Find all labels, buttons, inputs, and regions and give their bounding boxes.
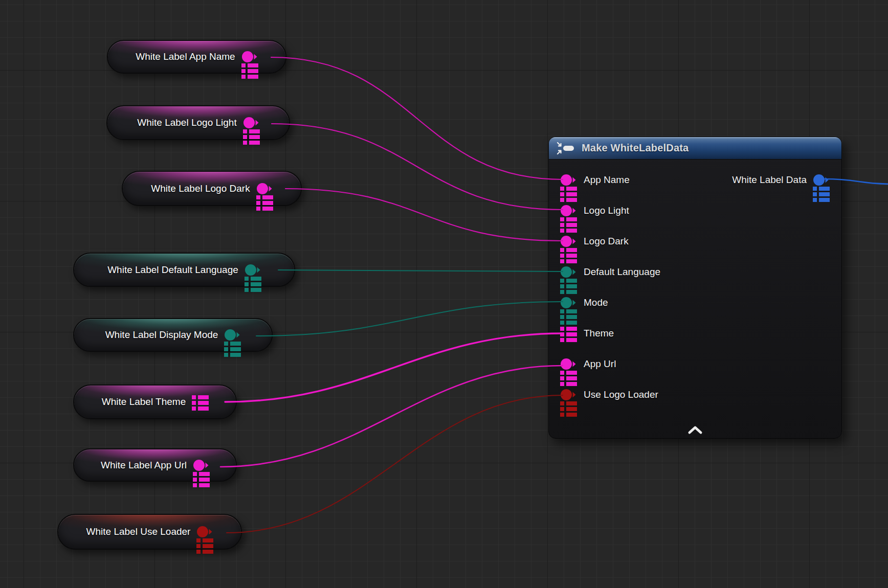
variable-name-label: White Label Use Loader <box>86 526 191 537</box>
output-pin[interactable] <box>256 182 273 195</box>
variable-name-label: White Label Default Language <box>107 264 238 276</box>
pin-label: Logo Dark <box>584 236 629 247</box>
input-row-logo-light: Logo Light <box>549 195 841 226</box>
struct-pin-icon <box>224 342 241 357</box>
output-row-white-label-data: White Label Data <box>732 165 829 195</box>
output-pin[interactable] <box>192 395 208 409</box>
pin-label: App Name <box>584 174 630 186</box>
output-pin[interactable] <box>224 328 240 342</box>
struct-pin-icon <box>560 279 577 294</box>
variable-name-label: White Label App Url <box>101 460 187 471</box>
pin-circle-icon <box>560 296 576 309</box>
variable-name-label: White Label Logo Light <box>137 117 236 128</box>
output-pin[interactable] <box>243 116 259 129</box>
pin-label: App Url <box>584 358 616 370</box>
variable-name-label: White Label App Name <box>136 51 235 62</box>
pin-circle-icon <box>243 116 259 129</box>
struct-pin-icon <box>192 395 209 411</box>
pin-circle-icon <box>193 459 209 472</box>
struct-pin-icon <box>560 309 577 325</box>
input-pin-app-url[interactable] <box>560 357 576 371</box>
struct-pin-icon <box>193 472 210 487</box>
input-row-mode: Mode <box>549 287 841 318</box>
pin-label: Theme <box>584 328 614 339</box>
pin-circle-icon <box>245 263 261 277</box>
node-title: Make WhiteLabelData <box>582 142 689 154</box>
getter-node-white-label-use-loader[interactable]: White Label Use Loader <box>57 514 242 550</box>
variable-name-label: White Label Display Mode <box>105 329 218 341</box>
input-pin-logo-light[interactable] <box>560 204 576 217</box>
struct-pin-icon <box>245 277 261 292</box>
input-row-theme: Theme <box>549 318 841 349</box>
struct-pin-icon <box>196 538 213 554</box>
pin-label: White Label Data <box>732 174 807 186</box>
pin-circle-icon <box>256 182 273 195</box>
collapse-node-button[interactable] <box>686 425 704 435</box>
pin-circle-icon <box>241 50 258 63</box>
pin-label: Mode <box>584 297 608 308</box>
pin-circle-icon <box>196 525 213 538</box>
pin-label: Logo Light <box>584 205 629 216</box>
getter-node-white-label-default-language[interactable]: White Label Default Language <box>73 253 295 287</box>
variable-name-label: White Label Theme <box>102 396 186 408</box>
make-struct-node[interactable]: Make WhiteLabelData App Name <box>548 137 842 439</box>
pin-circle-icon <box>224 328 240 342</box>
struct-pin-icon <box>560 217 577 233</box>
struct-pin-icon <box>560 371 577 386</box>
struct-pin-icon <box>560 187 577 202</box>
pin-circle-icon <box>813 173 829 187</box>
output-pin[interactable] <box>196 525 213 538</box>
input-pin-list: App Name Logo Light <box>549 160 841 410</box>
input-pin-mode[interactable] <box>560 296 576 309</box>
struct-pin-icon <box>241 63 258 79</box>
getter-node-white-label-logo-dark[interactable]: White Label Logo Dark <box>122 171 302 206</box>
getter-node-white-label-app-name[interactable]: White Label App Name <box>107 40 286 74</box>
struct-pin-icon <box>813 187 830 202</box>
struct-pin-icon <box>256 195 273 211</box>
node-header[interactable]: Make WhiteLabelData <box>549 137 841 160</box>
getter-node-white-label-logo-light[interactable]: White Label Logo Light <box>106 105 290 140</box>
struct-pin-icon <box>560 327 577 342</box>
pin-circle-icon <box>560 265 576 279</box>
output-pin[interactable] <box>193 459 209 472</box>
pin-circle-icon <box>560 388 576 401</box>
struct-pin-icon <box>560 248 577 263</box>
pin-circle-icon <box>560 204 576 217</box>
input-pin-default-language[interactable] <box>560 265 576 279</box>
struct-pin-icon <box>243 129 260 145</box>
getter-node-white-label-display-mode[interactable]: White Label Display Mode <box>73 318 273 352</box>
input-row-app-url: App Url <box>549 349 841 379</box>
input-row-use-logo-loader: Use Logo Loader <box>549 379 841 410</box>
getter-node-white-label-app-url[interactable]: White Label App Url <box>73 448 237 482</box>
struct-pin-icon <box>560 401 577 417</box>
output-pin-white-label-data[interactable] <box>813 173 829 187</box>
input-row-logo-dark: Logo Dark <box>549 226 841 257</box>
input-row-default-language: Default Language <box>549 257 841 287</box>
output-pin[interactable] <box>245 263 261 277</box>
make-struct-icon <box>556 142 575 155</box>
output-pin[interactable] <box>241 50 258 63</box>
blueprint-graph-canvas[interactable]: White Label App Name White Label Logo Li… <box>0 0 888 588</box>
pin-label: Default Language <box>584 266 660 278</box>
getter-node-white-label-theme[interactable]: White Label Theme <box>73 385 237 419</box>
variable-name-label: White Label Logo Dark <box>151 183 250 194</box>
pin-label: Use Logo Loader <box>584 389 658 400</box>
pin-circle-icon <box>560 357 576 371</box>
input-pin-use-logo-loader[interactable] <box>560 388 576 401</box>
